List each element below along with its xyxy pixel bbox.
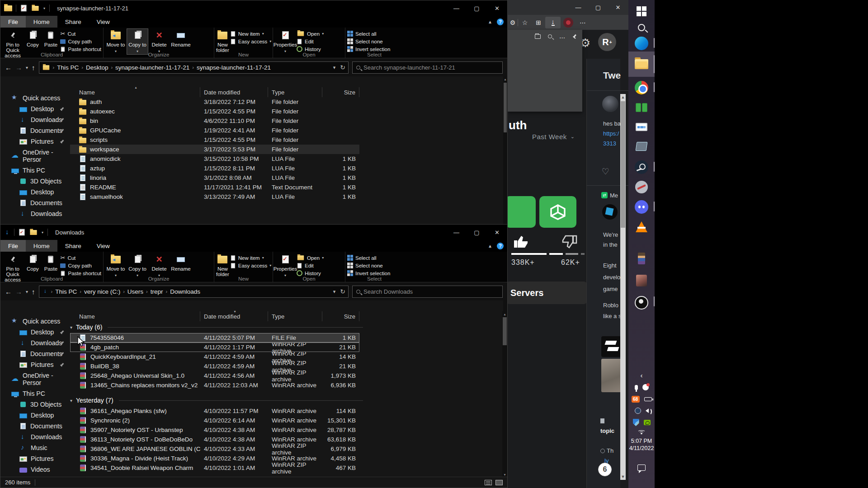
breadcrumb-item[interactable]: Users	[127, 288, 143, 295]
sidebar-item[interactable]: Quick access	[0, 316, 67, 327]
file-row[interactable]: bin 4/6/2022 11:10 PM File folder	[70, 116, 359, 126]
file-row[interactable]: linoria 3/1/2022 8:08 AM LUA File 1 KB	[70, 173, 359, 183]
tweet-image[interactable]	[601, 336, 621, 357]
profile-avatar[interactable]	[563, 18, 573, 28]
group-collapse-icon[interactable]: ▾	[70, 325, 72, 330]
column-header-size[interactable]: Size	[322, 87, 359, 97]
sidebar-item[interactable]: OneDrive - Persor	[0, 150, 67, 161]
steam-tray-icon[interactable]	[635, 408, 641, 414]
file-row[interactable]: 34541_Doobie Ralsei Weapon Charm 4/10/20…	[70, 463, 359, 473]
tab-file[interactable]: File	[0, 16, 26, 28]
file-row[interactable]: 36161_Ahegao Planks (sfw) 4/10/2022 11:5…	[70, 406, 359, 416]
back-icon[interactable]: ←	[5, 288, 12, 296]
breadcrumb-item[interactable]: synapse-launcher-11-17-21	[115, 64, 189, 71]
new-item-button[interactable]: New item▾	[230, 30, 272, 37]
file-row[interactable]: scripts 1/15/2022 4:55 PM File folder	[70, 135, 359, 145]
move-to-button[interactable]: ◄Move to▾	[105, 29, 126, 54]
open-downloads-folder-icon[interactable]	[535, 34, 541, 39]
action-center-button[interactable]	[628, 462, 655, 474]
file-row[interactable]: workspace 3/17/2022 5:53 PM File folder	[70, 145, 359, 154]
file-row[interactable]: auth 3/18/2022 7:12 PM File folder	[70, 97, 359, 107]
refresh-icon[interactable]: ↻	[340, 288, 345, 295]
file-row[interactable]: Synchronic (2) 4/10/2022 6:14 AM WinRAR …	[70, 416, 359, 425]
move-to-button[interactable]: ◄Move to▾	[105, 253, 126, 278]
browser-scrollbar[interactable]: ▲ ▼	[620, 94, 626, 480]
properties-qat-icon[interactable]	[21, 5, 27, 11]
tweet-image[interactable]	[601, 359, 621, 392]
maximize-button[interactable]: ▢	[467, 0, 487, 16]
sidebar-item[interactable]: Desktop	[0, 327, 67, 338]
browser-titlebar[interactable]: — ▢ ✕	[508, 0, 628, 15]
sidebar-item[interactable]: Documents	[0, 421, 67, 432]
sidebar-item[interactable]: Quick access	[0, 93, 67, 103]
easy-access-button[interactable]: Easy access▾	[230, 38, 272, 45]
column-header-size[interactable]: Size	[322, 311, 359, 321]
file-row[interactable]: samuelhook 3/13/2022 7:49 AM LUA File 1 …	[70, 192, 359, 202]
maximize-button[interactable]: ▢	[467, 225, 487, 240]
file-row[interactable]: 25648_Ahegao Universal Skin_1.0 4/11/202…	[70, 371, 359, 380]
breadcrumb-item[interactable]: This PC	[55, 288, 77, 295]
file-row[interactable]: GPUCache 1/19/2022 4:41 AM File folder	[70, 126, 359, 135]
help-icon[interactable]: ?	[497, 243, 504, 249]
taskbar-clock[interactable]: 5:07 PM 4/11/2022	[628, 436, 655, 453]
site-logo[interactable]: R+	[598, 33, 616, 51]
speaker-tray-icon[interactable]	[646, 408, 649, 413]
taskbar-game2-button[interactable]	[628, 271, 655, 290]
select-all-button[interactable]: Select all	[347, 254, 390, 261]
sidebar-item[interactable]: Music	[0, 442, 67, 453]
like-heart-icon[interactable]: ♡	[602, 166, 609, 177]
taskbar-green-app-button[interactable]	[628, 99, 655, 117]
breadcrumb[interactable]: ›This PC ›very nice (C:) ›Users ›trepr ›…	[39, 286, 349, 298]
play-button[interactable]	[505, 196, 536, 228]
sidebar-item[interactable]: OneDrive - Persor	[0, 374, 67, 385]
details-view-icon[interactable]	[485, 480, 492, 485]
tweet-link[interactable]: 3313	[603, 140, 616, 147]
refresh-icon[interactable]: ↻	[340, 64, 345, 71]
battery-tray-icon[interactable]	[644, 397, 652, 401]
rename-button[interactable]: Rename	[170, 253, 191, 272]
edit-button[interactable]: Edit	[297, 262, 324, 269]
sidebar-item[interactable]: 3D Objects	[0, 399, 67, 410]
paste-button[interactable]: Paste	[42, 253, 59, 272]
start-button[interactable]	[628, 4, 655, 19]
extensions-icon[interactable]: ⚙	[508, 19, 518, 26]
collections-icon[interactable]: ⊞	[532, 19, 545, 26]
qat-dropdown-icon[interactable]: ▾	[42, 230, 43, 235]
recent-locations-icon[interactable]: ▾	[26, 65, 28, 70]
file-row[interactable]: README 11/17/2021 12:41 PM Text Document…	[70, 183, 359, 192]
roblox-block-button[interactable]	[539, 196, 576, 228]
temperature-tray-badge[interactable]: 68	[632, 396, 640, 403]
minimize-button[interactable]: —	[446, 225, 467, 240]
tray-expand-button[interactable]: ‹	[628, 371, 655, 380]
properties-qat-icon[interactable]	[19, 229, 25, 235]
chat-notification-badge[interactable]: 6	[598, 463, 612, 476]
tab-view[interactable]: View	[89, 240, 118, 252]
paste-shortcut-button[interactable]: Paste shortcut	[60, 46, 101, 52]
thumbs-down-icon[interactable]	[561, 234, 579, 250]
sidebar-item[interactable]: This PC	[0, 165, 67, 176]
pin-icon[interactable]	[572, 34, 577, 39]
search-input[interactable]: Search Downloads	[352, 286, 503, 298]
sidebar-item[interactable]: Downloads	[0, 432, 67, 442]
forward-icon[interactable]: →	[15, 64, 22, 71]
tweet-author-avatar[interactable]	[602, 96, 618, 112]
large-icons-view-icon[interactable]	[495, 480, 503, 485]
file-row[interactable]: aztup 1/15/2022 8:11 PM LUA File 1 KB	[70, 164, 359, 173]
recent-locations-icon[interactable]: ▾	[26, 289, 28, 294]
edit-button[interactable]: Edit	[297, 38, 324, 45]
delete-button[interactable]: ✕Delete▾	[149, 253, 170, 278]
properties-button[interactable]: Properties▾	[275, 253, 296, 278]
file-row[interactable]: anomicdick 3/15/2022 10:58 PM LUA File 1…	[70, 154, 359, 164]
file-row[interactable]: autoexec 1/15/2022 4:55 PM File folder	[70, 107, 359, 116]
copy-path-button[interactable]: Copy path	[60, 262, 101, 269]
copy-button[interactable]: Copy	[24, 253, 41, 272]
wifi-tray-icon[interactable]	[628, 427, 655, 436]
taskbar-game1-button[interactable]	[628, 249, 655, 268]
cut-button[interactable]: ✂Cut	[60, 254, 101, 261]
delete-button[interactable]: ✕Delete▾	[149, 29, 170, 54]
tweet-link[interactable]: https:/	[603, 130, 619, 137]
invert-selection-button[interactable]: Invert selection	[347, 270, 390, 277]
new-item-button[interactable]: New item▾	[230, 254, 272, 261]
sidebar-item[interactable]: Downloads	[0, 208, 67, 219]
file-row[interactable]: 36806_WE ARE JAPANESE GOBLIN (Custo... 4…	[70, 444, 359, 454]
